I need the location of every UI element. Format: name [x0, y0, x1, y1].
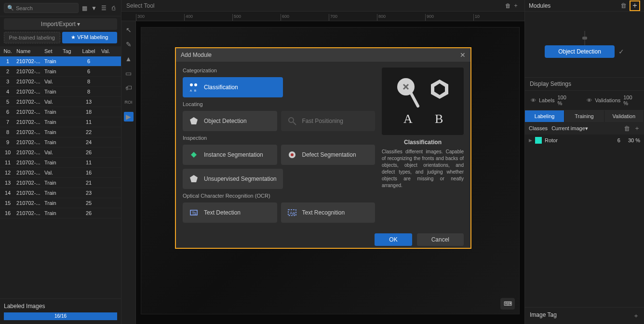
table-row[interactable]: 14210702-...Train23	[0, 188, 121, 198]
modules-trash-icon[interactable]: 🗑	[620, 2, 627, 9]
class-color-swatch	[535, 137, 542, 144]
classes-trash-icon[interactable]: 🗑	[624, 125, 630, 132]
table-row[interactable]: 2210702-...Train6	[0, 67, 121, 77]
ok-button[interactable]: OK	[375, 233, 412, 246]
left-panel: 🔍 Search ▦ ▼ ☰ ⎙ Import/Export ▾ Pre-tra…	[0, 0, 121, 324]
search-icon: 🔍	[7, 5, 14, 11]
category-ocr: Optical Character Recognition (OCR)	[183, 193, 375, 199]
svg-marker-7	[191, 152, 197, 158]
trash-icon[interactable]: 🗑	[504, 2, 512, 10]
col-no[interactable]: No.	[0, 46, 15, 56]
progress-text: 16/16	[4, 312, 117, 320]
labels-text: Labels	[539, 97, 554, 103]
expand-icon[interactable]: ▶	[529, 138, 532, 143]
option-unsupervised-segmentation[interactable]: Unsupervised Segmentation	[183, 169, 283, 189]
cursor-tool-icon[interactable]: ↖	[124, 25, 134, 35]
instance-seg-label: Instance Segmentation	[204, 151, 263, 158]
table-body: 1210702-...Train62210702-...Train6321070…	[0, 56, 121, 298]
class-pct: 30 %	[628, 137, 640, 143]
progress-bar: 16/16	[4, 312, 117, 320]
table-row[interactable]: 7210702-...Train11	[0, 117, 121, 127]
tab-training[interactable]: Training	[564, 110, 604, 122]
table-row[interactable]: 13210702-...Train21	[0, 178, 121, 188]
object-detection-icon	[188, 116, 199, 126]
table-row[interactable]: 12210702-...Val.16	[0, 168, 121, 178]
search-input[interactable]: 🔍 Search	[4, 3, 79, 13]
keyboard-icon[interactable]: ⌨	[500, 298, 515, 310]
col-name[interactable]: Name	[15, 46, 43, 56]
classes-add-icon[interactable]: ＋	[634, 124, 640, 133]
col-set[interactable]: Set	[43, 46, 62, 56]
roi-tool[interactable]: ROI	[124, 97, 134, 107]
option-defect-segmentation[interactable]: Defect Segmentation	[281, 145, 376, 165]
active-tool-icon[interactable]: ▶	[124, 112, 134, 122]
svg-point-0	[190, 83, 193, 86]
module-object-detection[interactable]: Object Detection	[545, 45, 615, 58]
table-header: No. Name Set Tag Label Val.	[0, 46, 121, 56]
svg-marker-4	[190, 117, 198, 124]
table-row[interactable]: 8210702-...Train22	[0, 127, 121, 137]
table-row[interactable]: 5210702-...Val.13	[0, 97, 121, 107]
eye-validations-icon[interactable]	[587, 97, 592, 103]
right-panel: Modules 🗑 ＋ Object Detection ✓ Display S…	[524, 0, 644, 324]
close-icon[interactable]: ✕	[460, 51, 466, 59]
table-row[interactable]: 9210702-...Train24	[0, 137, 121, 148]
eye-labels-icon[interactable]	[531, 97, 536, 103]
add-module-dialog: Add Module ✕ Categorization AB Classific…	[175, 47, 471, 249]
display-settings-header: Display Settings	[525, 77, 644, 91]
table-row[interactable]: 16210702-...Train26	[0, 208, 121, 218]
text-recognition-icon: Aa	[287, 207, 297, 218]
list-icon[interactable]: ☰	[100, 4, 107, 12]
option-text-recognition[interactable]: Aa Text Recognition	[281, 202, 376, 223]
table-row[interactable]: 4210702-...Train8	[0, 87, 121, 97]
table-row[interactable]: 10210702-...Val.26	[0, 148, 121, 158]
tab-labeling[interactable]: Labeling	[525, 110, 564, 122]
table-row[interactable]: 6210702-...Train18	[0, 107, 121, 117]
table-row[interactable]: 3210702-...Val.8	[0, 77, 121, 87]
current-image-dropdown[interactable]: Current image▾	[551, 125, 588, 132]
svg-point-1	[194, 83, 197, 86]
table-row[interactable]: 1210702-...Train6	[0, 56, 121, 67]
rect-tool-icon[interactable]: ▭	[124, 68, 134, 78]
labeled-images-label: Labeled Images	[4, 303, 117, 310]
option-object-detection[interactable]: Object Detection	[183, 111, 277, 131]
col-tag[interactable]: Tag	[62, 46, 77, 56]
text-detection-label: Text Detection	[204, 209, 241, 216]
svg-line-18	[411, 93, 418, 106]
cancel-button[interactable]: Cancel	[417, 233, 464, 246]
wand-tool-icon[interactable]: ✎	[124, 40, 134, 49]
image-tag-add-icon[interactable]: ＋	[633, 311, 639, 320]
import-export-button[interactable]: Import/Export ▾	[4, 18, 117, 30]
col-val[interactable]: Val.	[100, 46, 118, 56]
vfm-labeling-button[interactable]: VFM labeling	[62, 32, 118, 43]
funnel-icon[interactable]: ▼	[90, 4, 98, 12]
classification-label: Classification	[204, 84, 238, 91]
add-module-button[interactable]: ＋	[630, 0, 640, 11]
option-fast-positioning: Fast Positioning	[281, 111, 376, 131]
class-row-rotor[interactable]: ▶ Rotor 6 30 %	[525, 135, 644, 146]
lock-icon[interactable]: ⎙	[109, 4, 117, 12]
svg-text:Aa: Aa	[290, 211, 295, 216]
image-filter-icon[interactable]: ▦	[80, 4, 88, 12]
tab-validation[interactable]: Validation	[604, 110, 644, 122]
module-check-icon[interactable]: ✓	[618, 48, 624, 55]
category-inspection: Inspection	[183, 135, 375, 141]
image-tag-label: Image Tag	[530, 311, 557, 320]
module-connector	[584, 31, 585, 45]
category-locating: Locating	[183, 101, 375, 107]
table-row[interactable]: 15210702-...Train25	[0, 198, 121, 208]
fast-positioning-label: Fast Positioning	[302, 118, 343, 124]
option-instance-segmentation[interactable]: Instance Segmentation	[183, 145, 277, 165]
svg-point-5	[289, 118, 294, 122]
option-text-detection[interactable]: Ts Text Detection	[183, 202, 277, 223]
select-tool-label: Select Tool	[126, 2, 154, 9]
plus-canvas-icon[interactable]: ＋	[512, 2, 520, 10]
tag-tool-icon[interactable]: 🏷	[124, 83, 134, 93]
pretrained-labeling-button[interactable]: Pre-trained labeling	[4, 32, 60, 43]
ruler-horizontal: 30040050060070080090010	[121, 12, 524, 21]
table-row[interactable]: 11210702-...Train11	[0, 158, 121, 168]
user-tool-icon[interactable]: ▲	[124, 54, 134, 64]
option-classification[interactable]: AB Classification	[183, 77, 283, 97]
text-recognition-label: Text Recognition	[302, 209, 345, 216]
col-label[interactable]: Label	[77, 46, 100, 56]
